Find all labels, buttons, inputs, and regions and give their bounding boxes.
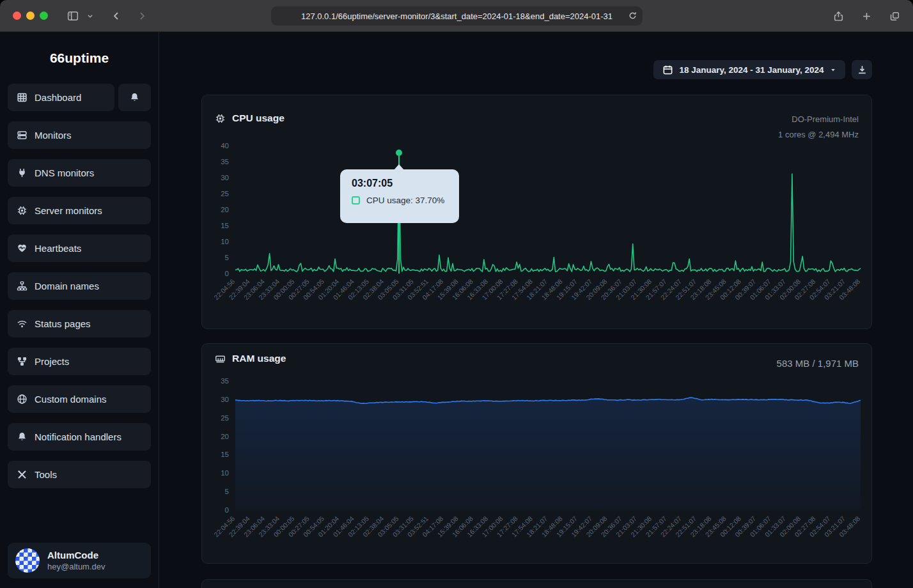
- memory-icon: [215, 353, 226, 364]
- next-card-partial: [201, 579, 872, 588]
- sidebar-item-dns-monitors[interactable]: DNS monitors: [8, 159, 151, 187]
- sidebar-item-label: Custom domains: [35, 394, 107, 405]
- notifications-button[interactable]: [118, 84, 151, 111]
- sidebar-item-notification-handlers[interactable]: Notification handlers: [8, 423, 151, 451]
- sidebar-item-label: Dashboard: [35, 92, 81, 103]
- sidebar-item-label: Notification handlers: [35, 431, 121, 442]
- new-tab-icon[interactable]: [857, 6, 876, 26]
- avatar: [15, 548, 40, 573]
- sidebar-item-label: Monitors: [35, 130, 72, 141]
- y-tick-label: 35: [221, 377, 229, 385]
- grid-icon: [17, 92, 27, 103]
- chevron-down-icon[interactable]: [84, 6, 97, 26]
- user-email: hey@altum.dev: [47, 561, 105, 572]
- y-tick-label: 35: [221, 158, 229, 166]
- tooltip-value: CPU usage: 37.70%: [366, 196, 444, 205]
- cpu-usage-card: CPU usage DO-Premium-Intel 1 cores @ 2,4…: [201, 95, 872, 329]
- sidebar-item-label: Heartbeats: [35, 243, 81, 254]
- cpu-usage-chart[interactable]: 051015202530354022:04:5622:39:0423:06:04…: [208, 140, 873, 325]
- download-report-button[interactable]: [852, 60, 872, 79]
- tooltip-time: 03:07:05: [352, 178, 448, 189]
- server-icon: [17, 130, 27, 141]
- y-tick-label: 20: [221, 433, 229, 440]
- y-tick-label: 0: [225, 506, 229, 514]
- sidebar-item-label: Status pages: [35, 318, 91, 329]
- share-icon[interactable]: [829, 6, 848, 26]
- user-card[interactable]: AltumCode hey@altum.dev: [8, 543, 151, 578]
- back-button[interactable]: [107, 6, 126, 26]
- bell-icon: [17, 431, 27, 442]
- sidebar-item-label: Projects: [35, 356, 69, 367]
- bell-icon: [129, 92, 140, 103]
- y-tick-label: 40: [221, 142, 229, 150]
- diagram-icon: [17, 356, 27, 367]
- reload-icon[interactable]: [628, 10, 637, 24]
- sidebar-item-tools[interactable]: Tools: [8, 461, 151, 488]
- globe-icon: [17, 394, 27, 405]
- sidebar-item-dashboard[interactable]: Dashboard: [8, 84, 114, 111]
- plug-icon: [17, 167, 27, 178]
- window-controls: [13, 12, 48, 20]
- ram-area-fill: [235, 398, 861, 510]
- y-tick-label: 30: [221, 396, 229, 403]
- browser-toolbar: 127.0.0.1/66uptime/server-monitor/3&star…: [0, 0, 913, 32]
- cpu-card-title: CPU usage: [232, 112, 285, 124]
- heart-pulse-icon: [17, 243, 27, 254]
- user-name: AltumCode: [47, 549, 105, 561]
- y-tick-label: 15: [221, 451, 229, 458]
- tools-icon: [17, 469, 27, 480]
- minimize-window-button[interactable]: [26, 12, 35, 20]
- close-window-button[interactable]: [13, 12, 21, 20]
- y-tick-label: 10: [221, 469, 229, 477]
- calendar-icon: [662, 65, 673, 75]
- chart-tooltip: 03:07:05 CPU usage: 37.70%: [340, 169, 459, 223]
- tooltip-series-swatch: [352, 196, 360, 205]
- url-text: 127.0.0.1/66uptime/server-monitor/3&star…: [301, 12, 613, 21]
- sidebar-item-custom-domains[interactable]: Custom domains: [8, 385, 151, 413]
- chart-point-marker: [396, 150, 402, 156]
- sidebar-item-label: Server monitors: [35, 205, 102, 216]
- date-range-picker[interactable]: 18 January, 2024 - 31 January, 2024: [653, 60, 845, 79]
- chip-icon: [17, 205, 27, 216]
- sidebar-item-projects[interactable]: Projects: [8, 348, 151, 375]
- sidebar-item-label: Domain names: [35, 281, 99, 291]
- zoom-window-button[interactable]: [40, 12, 48, 20]
- sidebar-toggle-icon[interactable]: [63, 6, 82, 26]
- download-icon: [857, 65, 868, 75]
- y-tick-label: 30: [221, 174, 229, 182]
- sidebar-item-label: Tools: [35, 469, 57, 480]
- ram-usage-card: RAM usage 583 MB / 1,971 MB 051015202530…: [201, 343, 872, 564]
- sidebar-item-domain-names[interactable]: Domain names: [8, 272, 151, 300]
- tab-overview-icon[interactable]: [885, 6, 904, 26]
- sidebar-item-status-pages[interactable]: Status pages: [8, 310, 151, 337]
- sidebar-item-heartbeats[interactable]: Heartbeats: [8, 235, 151, 262]
- app-window: 127.0.0.1/66uptime/server-monitor/3&star…: [0, 0, 913, 588]
- sidebar-item-server-monitors[interactable]: Server monitors: [8, 197, 151, 224]
- cpu-chip-icon: [215, 113, 226, 124]
- server-name: DO-Premium-Intel: [778, 112, 859, 127]
- y-tick-label: 15: [221, 222, 229, 229]
- y-tick-label: 5: [225, 488, 229, 495]
- sitemap-icon: [17, 281, 27, 291]
- cpu-series-line: [235, 153, 861, 272]
- wifi-icon: [17, 318, 27, 329]
- y-tick-label: 10: [221, 238, 229, 245]
- y-tick-label: 25: [221, 190, 229, 197]
- ram-card-title: RAM usage: [232, 353, 286, 364]
- sidebar-item-label: DNS monitors: [35, 167, 94, 178]
- y-tick-label: 5: [225, 254, 229, 261]
- app-logo: 66uptime: [8, 50, 151, 66]
- address-bar[interactable]: 127.0.0.1/66uptime/server-monitor/3&star…: [271, 6, 643, 26]
- sidebar: 66uptime Dashboard MonitorsDNS monitorsS…: [0, 32, 159, 588]
- y-tick-label: 20: [221, 206, 229, 213]
- caret-down-icon: [830, 65, 836, 75]
- forward-button[interactable]: [132, 6, 152, 26]
- ram-usage-chart[interactable]: 0510152025303522:04:5622:39:0423:06:0423…: [208, 375, 873, 563]
- date-range-label: 18 January, 2024 - 31 January, 2024: [679, 65, 823, 75]
- y-tick-label: 0: [225, 270, 229, 277]
- sidebar-item-monitors[interactable]: Monitors: [8, 121, 151, 149]
- ram-usage-value: 583 MB / 1,971 MB: [777, 358, 859, 369]
- y-tick-label: 25: [221, 414, 229, 422]
